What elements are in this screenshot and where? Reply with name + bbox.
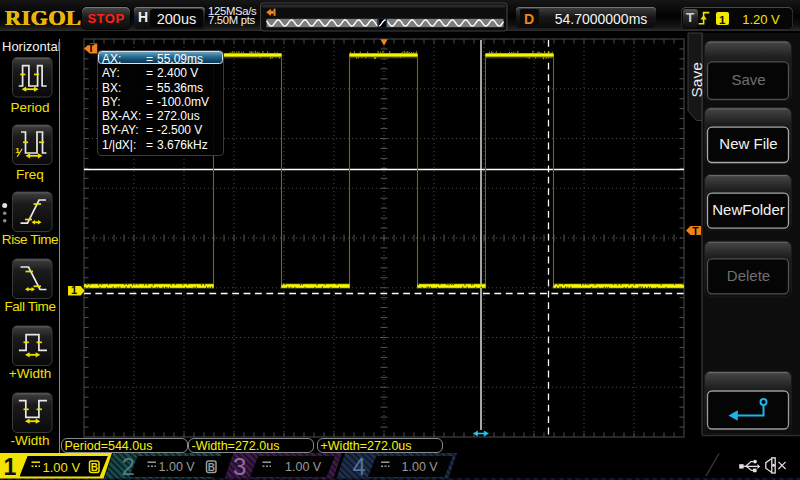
svg-text:B: B	[91, 462, 98, 473]
svg-text:B: B	[208, 462, 215, 473]
